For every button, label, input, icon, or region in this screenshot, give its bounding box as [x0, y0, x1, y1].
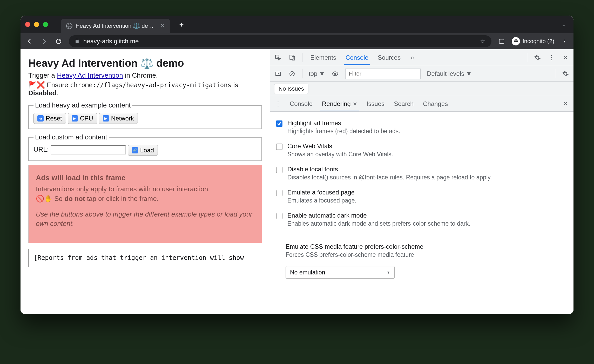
back-button[interactable] — [25, 37, 34, 46]
emulate-section: Emulate CSS media feature prefers-color-… — [275, 239, 568, 262]
url-label: URL: — [33, 145, 49, 153]
close-drawer-tab-icon[interactable]: ✕ — [353, 101, 357, 107]
device-toggle-icon[interactable] — [288, 54, 296, 62]
incognito-icon: 🕶 — [512, 37, 520, 45]
drawer-tab-search[interactable]: Search — [392, 97, 415, 111]
ad-frame: Ads will load in this frame Intervention… — [28, 165, 262, 243]
rendering-option-desc: Disables local() sources in @font-face r… — [287, 173, 492, 181]
rendering-option-title: Highlight ad frames — [287, 119, 400, 127]
svg-point-9 — [334, 72, 336, 75]
console-toolbar: top ▼ Default levels ▼ — [270, 66, 573, 82]
rendering-checkbox[interactable] — [276, 167, 282, 173]
inspect-icon[interactable] — [274, 54, 282, 62]
drawer-tab-rendering[interactable]: Rendering ✕ — [320, 97, 359, 111]
address-bar[interactable]: heavy-ads.glitch.me ☆ — [69, 35, 491, 47]
reports-panel: [Reports from ads that trigger an interv… — [28, 249, 262, 267]
url-text: heavy-ads.glitch.me — [83, 38, 139, 45]
side-panel-icon[interactable] — [497, 37, 506, 46]
play-icon: ▶ — [103, 115, 109, 122]
svg-line-8 — [291, 72, 294, 75]
chevron-down-icon: ▼ — [319, 70, 325, 77]
emulate-title: Emulate CSS media feature prefers-color-… — [286, 243, 423, 250]
load-custom-fieldset: Load custom ad content URL: 🔗Load — [28, 133, 262, 161]
rendering-option-title: Emulate a focused page — [287, 189, 356, 196]
ad-frame-header: Ads will load in this frame — [36, 173, 254, 183]
kebab-menu-icon[interactable]: ⋮ — [548, 54, 555, 62]
globe-icon — [66, 23, 72, 29]
close-drawer-icon[interactable]: ✕ — [562, 100, 569, 108]
rendering-option-desc: Shows an overlay with Core Web Vitals. — [287, 150, 393, 158]
rendering-option: Highlight ad framesHighlights frames (re… — [275, 116, 568, 139]
heavy-ad-link[interactable]: Heavy Ad Intervention — [57, 71, 123, 79]
drawer-menu-icon[interactable]: ⋮ — [274, 100, 282, 108]
reset-button[interactable]: ⏮Reset — [33, 113, 66, 124]
rendering-checkbox[interactable] — [276, 190, 282, 196]
browser-menu-icon[interactable]: ⋮ — [560, 37, 569, 46]
close-window-icon[interactable] — [25, 22, 30, 27]
load-button[interactable]: 🔗Load — [128, 145, 158, 156]
tab-elements[interactable]: Elements — [309, 50, 338, 65]
close-tab-icon[interactable]: ✕ — [160, 23, 165, 29]
titlebar: Heavy Ad Intervention ⚖️ demo ✕ ＋ ⌄ — [21, 16, 573, 33]
context-selector[interactable]: top ▼ — [309, 70, 325, 77]
console-settings-icon[interactable] — [562, 70, 569, 78]
rendering-checkbox[interactable] — [276, 144, 282, 150]
drawer-tab-issues[interactable]: Issues — [365, 97, 386, 111]
drawer-tabs: ⋮ Console Rendering ✕ Issues Search Chan… — [270, 96, 573, 112]
network-button[interactable]: ▶Network — [99, 113, 138, 124]
rendering-option: Core Web VitalsShows an overlay with Cor… — [275, 139, 568, 162]
close-devtools-icon[interactable]: ✕ — [562, 54, 569, 62]
console-sidebar-icon[interactable] — [274, 70, 282, 78]
incognito-indicator[interactable]: 🕶 Incognito (2) — [512, 37, 554, 45]
rendering-checkbox[interactable] — [276, 213, 282, 219]
drawer-tab-console[interactable]: Console — [288, 97, 314, 111]
page-subtitle: Trigger a Heavy Ad Intervention in Chrom… — [28, 71, 262, 79]
svg-rect-3 — [290, 55, 293, 59]
drawer-tab-changes[interactable]: Changes — [421, 97, 449, 111]
url-input[interactable] — [51, 145, 126, 154]
rendering-option-title: Core Web Vitals — [287, 143, 393, 150]
filter-input[interactable] — [345, 69, 421, 79]
cpu-button[interactable]: ▶CPU — [68, 113, 97, 124]
rendering-option-title: Enable automatic dark mode — [287, 212, 470, 219]
rewind-icon: ⏮ — [37, 115, 44, 122]
lock-icon — [75, 38, 80, 45]
rendering-option-desc: Enables automatic dark mode and sets pre… — [287, 220, 470, 228]
rendering-checkbox[interactable] — [276, 120, 282, 127]
tabs-dropdown-icon[interactable]: ⌄ — [558, 19, 569, 30]
clear-console-icon[interactable] — [288, 70, 296, 78]
emulate-desc: Forces CSS prefers-color-scheme media fe… — [286, 251, 423, 259]
minimize-window-icon[interactable] — [34, 22, 39, 27]
live-expression-icon[interactable] — [331, 70, 339, 78]
settings-icon[interactable] — [534, 54, 541, 62]
bookmark-icon[interactable]: ☆ — [480, 38, 486, 45]
no-issues-chip[interactable]: No Issues — [274, 84, 308, 94]
page-title: Heavy Ad Intervention ⚖️ demo — [28, 57, 262, 69]
forward-button[interactable] — [40, 37, 49, 46]
emulate-select[interactable]: No emulation ▼ — [286, 266, 395, 279]
browser-toolbar: heavy-ads.glitch.me ☆ 🕶 Incognito (2) ⋮ — [21, 33, 573, 49]
rendering-panel: Highlight ad framesHighlights frames (re… — [270, 112, 573, 314]
chevron-down-icon: ▼ — [466, 70, 472, 77]
flag-warning: 🚩❌ Ensure chrome://flags/heavy-ad-privac… — [28, 81, 262, 97]
rendering-option-desc: Emulates a focused page. — [287, 197, 356, 205]
maximize-window-icon[interactable] — [43, 22, 48, 27]
separator — [275, 236, 568, 236]
more-tabs-icon[interactable]: » — [408, 54, 416, 62]
rendering-option: Emulate a focused pageEmulates a focused… — [275, 185, 568, 208]
reload-button[interactable] — [54, 37, 63, 46]
tab-console[interactable]: Console — [344, 50, 370, 65]
tab-title: Heavy Ad Intervention ⚖️ demo — [76, 23, 156, 29]
rendering-option-title: Disable local fonts — [287, 166, 492, 173]
ad-frame-hint: Use the buttons above to trigger the dif… — [36, 210, 254, 228]
load-custom-legend: Load custom ad content — [33, 133, 109, 141]
new-tab-button[interactable]: ＋ — [176, 19, 187, 30]
issues-row: No Issues — [270, 82, 573, 96]
ad-frame-line2: 🚫✋ So do not tap or click in the frame. — [36, 194, 254, 203]
load-example-legend: Load heavy ad example content — [33, 101, 132, 109]
devtools-main-tabs: Elements Console Sources » ⋮ ✕ — [270, 49, 573, 66]
link-icon: 🔗 — [132, 147, 138, 153]
log-levels-selector[interactable]: Default levels ▼ — [427, 70, 472, 77]
tab-sources[interactable]: Sources — [376, 50, 402, 65]
browser-tab[interactable]: Heavy Ad Intervention ⚖️ demo ✕ — [61, 19, 170, 33]
